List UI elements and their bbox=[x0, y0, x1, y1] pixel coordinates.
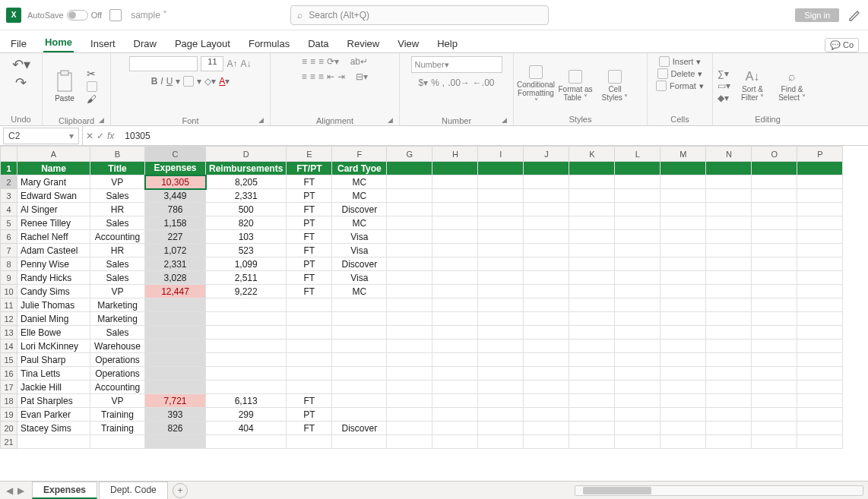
row-header[interactable]: 12 bbox=[1, 312, 17, 326]
row-header[interactable]: 17 bbox=[1, 381, 17, 394]
cell[interactable] bbox=[661, 435, 706, 449]
column-header[interactable]: N bbox=[706, 147, 752, 162]
cell[interactable]: Evan Parker bbox=[17, 408, 90, 422]
cell[interactable]: Lori McKinney bbox=[17, 340, 90, 353]
cell[interactable] bbox=[524, 340, 569, 353]
cell[interactable] bbox=[661, 203, 706, 216]
row-header[interactable]: 15 bbox=[1, 353, 17, 367]
cell[interactable] bbox=[797, 244, 843, 257]
cell[interactable] bbox=[569, 422, 615, 435]
cell[interactable] bbox=[17, 435, 90, 449]
fill-color-icon[interactable]: ◇▾ bbox=[204, 76, 216, 87]
cell[interactable] bbox=[524, 271, 569, 285]
cell[interactable]: 2,331 bbox=[206, 189, 287, 203]
cell[interactable]: Discover bbox=[332, 203, 387, 216]
row-header[interactable]: 6 bbox=[1, 230, 17, 244]
cell[interactable]: 2,331 bbox=[145, 257, 206, 271]
cell[interactable]: Al Singer bbox=[17, 203, 90, 216]
cell[interactable]: 299 bbox=[206, 408, 287, 422]
cell[interactable] bbox=[332, 381, 387, 394]
cell[interactable] bbox=[569, 189, 615, 203]
cell[interactable] bbox=[287, 312, 332, 326]
cell[interactable] bbox=[524, 162, 569, 175]
cell[interactable]: 3,028 bbox=[145, 271, 206, 285]
cell[interactable]: 10,305 bbox=[145, 175, 206, 189]
increase-decimal-icon[interactable]: .00→ bbox=[448, 77, 470, 88]
cell[interactable] bbox=[432, 422, 478, 435]
autosave-toggle[interactable]: AutoSave Off bbox=[27, 10, 102, 21]
cell[interactable]: Operations bbox=[90, 353, 145, 367]
cell[interactable] bbox=[752, 298, 797, 312]
column-header[interactable]: F bbox=[332, 147, 387, 162]
cell[interactable]: Julie Thomas bbox=[17, 298, 90, 312]
cell[interactable]: Discover bbox=[332, 422, 387, 435]
row-header[interactable]: 14 bbox=[1, 340, 17, 353]
cell[interactable] bbox=[387, 175, 432, 189]
cell[interactable] bbox=[569, 394, 615, 408]
cell[interactable]: Discover bbox=[332, 257, 387, 271]
cell[interactable] bbox=[524, 435, 569, 449]
fill-icon[interactable]: ▭▾ bbox=[718, 81, 730, 91]
table-header-cell[interactable]: Expenses bbox=[145, 162, 206, 175]
cell[interactable]: Pat Sharples bbox=[17, 394, 90, 408]
cell[interactable] bbox=[332, 340, 387, 353]
cell[interactable] bbox=[524, 203, 569, 216]
cell[interactable] bbox=[332, 408, 387, 422]
sheet-tab[interactable]: Expenses bbox=[32, 482, 97, 499]
cell[interactable] bbox=[432, 285, 478, 298]
cell[interactable]: Adam Casteel bbox=[17, 244, 90, 257]
cell[interactable] bbox=[145, 353, 206, 367]
cell[interactable] bbox=[752, 216, 797, 230]
cell[interactable] bbox=[661, 367, 706, 381]
cell[interactable] bbox=[432, 189, 478, 203]
cell[interactable] bbox=[615, 394, 661, 408]
cell[interactable]: 820 bbox=[206, 216, 287, 230]
add-sheet-button[interactable]: ＋ bbox=[173, 483, 188, 498]
cell[interactable] bbox=[615, 257, 661, 271]
cell[interactable]: PT bbox=[287, 408, 332, 422]
column-header[interactable]: E bbox=[287, 147, 332, 162]
cell[interactable] bbox=[387, 230, 432, 244]
cell[interactable] bbox=[569, 312, 615, 326]
cell[interactable] bbox=[478, 435, 524, 449]
italic-button[interactable]: I bbox=[160, 76, 163, 87]
cell[interactable] bbox=[478, 244, 524, 257]
comma-format-icon[interactable]: , bbox=[442, 77, 445, 88]
cell[interactable] bbox=[387, 298, 432, 312]
cell[interactable] bbox=[797, 189, 843, 203]
cell[interactable] bbox=[332, 353, 387, 367]
cell[interactable] bbox=[752, 381, 797, 394]
cell[interactable] bbox=[797, 285, 843, 298]
sheet-tab[interactable]: Dept. Code bbox=[99, 482, 168, 499]
cell[interactable] bbox=[432, 353, 478, 367]
cell[interactable] bbox=[432, 257, 478, 271]
cell[interactable]: FT bbox=[287, 175, 332, 189]
cell[interactable] bbox=[706, 175, 752, 189]
cell[interactable] bbox=[432, 367, 478, 381]
column-header[interactable]: B bbox=[90, 147, 145, 162]
document-name[interactable]: sample ˅ bbox=[131, 10, 167, 21]
row-header[interactable]: 9 bbox=[1, 271, 17, 285]
cell[interactable] bbox=[387, 257, 432, 271]
row-header[interactable]: 4 bbox=[1, 203, 17, 216]
cell[interactable]: 9,222 bbox=[206, 285, 287, 298]
cell[interactable] bbox=[752, 162, 797, 175]
cell[interactable] bbox=[661, 408, 706, 422]
sheet-nav-next-icon[interactable]: ▶ bbox=[17, 485, 24, 496]
insert-cells-button[interactable]: Insert ▾ bbox=[659, 56, 702, 67]
cell[interactable] bbox=[478, 312, 524, 326]
cell[interactable]: VP bbox=[90, 175, 145, 189]
cell[interactable] bbox=[569, 435, 615, 449]
cell[interactable] bbox=[797, 257, 843, 271]
number-launcher-icon[interactable]: ◢ bbox=[502, 116, 507, 124]
increase-font-icon[interactable]: A↑ bbox=[227, 58, 237, 69]
column-header[interactable]: G bbox=[387, 147, 432, 162]
cell[interactable] bbox=[569, 257, 615, 271]
cell[interactable] bbox=[332, 312, 387, 326]
cell[interactable]: VP bbox=[90, 394, 145, 408]
cell[interactable] bbox=[569, 244, 615, 257]
accounting-format-icon[interactable]: $▾ bbox=[418, 77, 428, 88]
tab-view[interactable]: View bbox=[396, 35, 420, 52]
cell[interactable] bbox=[432, 408, 478, 422]
cell[interactable]: Accounting bbox=[90, 381, 145, 394]
